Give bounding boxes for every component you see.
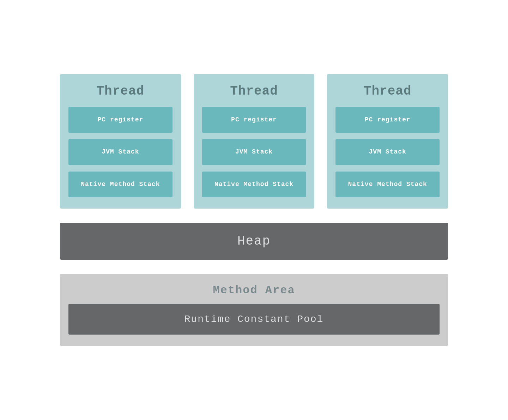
thread-3-native-method-stack: Native Method Stack [335, 172, 440, 197]
heap-box: Heap [60, 223, 448, 260]
thread-box-1: Thread PC register JVM Stack Native Meth… [60, 74, 181, 209]
thread-3-title: Thread [335, 84, 440, 98]
thread-2-native-method-stack: Native Method Stack [202, 172, 306, 197]
thread-2-title: Thread [202, 84, 306, 98]
method-area-title: Method Area [68, 284, 440, 297]
method-area-box: Method Area Runtime Constant Pool [60, 274, 448, 346]
thread-1-jvm-stack: JVM Stack [68, 139, 173, 165]
thread-box-3: Thread PC register JVM Stack Native Meth… [327, 74, 448, 209]
diagram-container: Thread PC register JVM Stack Native Meth… [60, 60, 448, 360]
thread-2-pc-register: PC register [202, 107, 306, 133]
thread-3-jvm-stack: JVM Stack [335, 139, 440, 165]
thread-2-jvm-stack: JVM Stack [202, 139, 306, 165]
thread-box-2: Thread PC register JVM Stack Native Meth… [194, 74, 315, 209]
thread-1-title: Thread [68, 84, 173, 98]
runtime-constant-pool: Runtime Constant Pool [68, 304, 440, 335]
thread-3-pc-register: PC register [335, 107, 440, 133]
thread-row: Thread PC register JVM Stack Native Meth… [60, 74, 448, 209]
heap-label: Heap [237, 234, 271, 248]
thread-1-native-method-stack: Native Method Stack [68, 172, 173, 197]
thread-1-pc-register: PC register [68, 107, 173, 133]
